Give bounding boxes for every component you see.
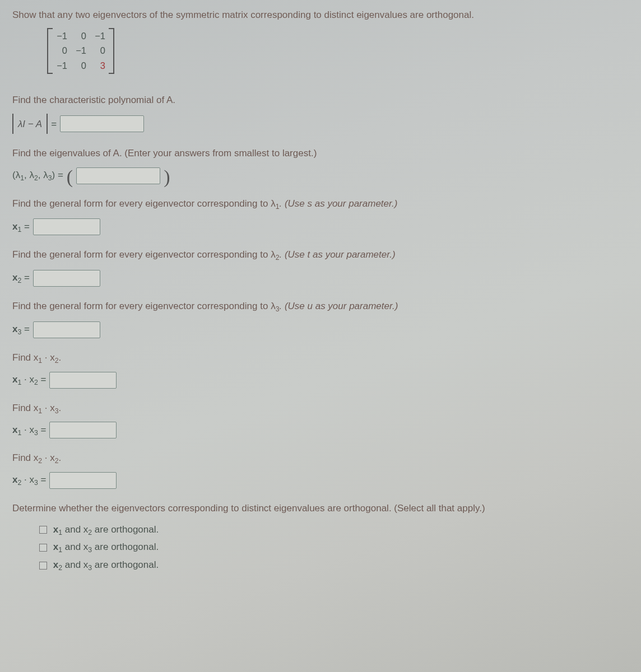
ev3-prompt-b: . (Use u as your parameter.) (279, 301, 398, 311)
dot23-row: x2 · x3 = (12, 472, 629, 489)
ev2-row: x2 = (12, 270, 629, 287)
ev3-lhs: x3 = (12, 322, 30, 338)
m-r2c2: −1 (75, 44, 86, 58)
d12-s2: 2 (55, 357, 59, 365)
bracket-right-icon (109, 28, 114, 74)
checkbox-3[interactable] (39, 562, 47, 570)
dot13-row: x1 · x3 = (12, 422, 629, 438)
ev2-prompt-a: Find the general form for every eigenvec… (12, 249, 276, 260)
ev3-input[interactable] (33, 321, 100, 338)
d12-find: Find x (12, 352, 38, 363)
ev2-eq: = (21, 272, 30, 283)
eigenvalues-input[interactable] (76, 167, 160, 184)
d13-ls2: 3 (34, 429, 38, 437)
prompt-ev2: Find the general form for every eigenvec… (12, 248, 629, 263)
d13-ldot: · x (21, 424, 34, 435)
d23-ldot: · x (21, 474, 34, 485)
m-r1c2: 0 (75, 29, 86, 43)
d23-s2: 2 (55, 458, 59, 465)
prompt-dot23: Find x2 · x2. (12, 451, 629, 466)
dot13-lhs: x1 · x3 = (12, 423, 46, 438)
o2-s1: 1 (58, 547, 62, 554)
det-label: λI − A (18, 117, 42, 132)
dot13-input[interactable] (49, 422, 117, 438)
o1-end: are orthogonal. (92, 524, 159, 535)
d13-dot: · x (42, 403, 55, 413)
option-2-row: x1 and x3 are orthogonal. (39, 540, 629, 556)
o3-x1: x (53, 559, 58, 570)
m-r3c3: 3 (94, 59, 105, 73)
o3-s1: 2 (58, 564, 62, 572)
d13-find: Find x (12, 403, 38, 413)
eig-rparen: ) = (52, 170, 63, 180)
bracket-left-icon (47, 28, 53, 74)
m-r3c2: 0 (75, 59, 86, 73)
o3-mid: and x (62, 559, 88, 570)
dot12-row: x1 · x2 = (12, 372, 629, 389)
o3-end: are orthogonal. (92, 559, 159, 570)
m-r2c3: 0 (94, 44, 105, 58)
ev3-prompt-a: Find the general form for every eigenvec… (12, 301, 276, 311)
prompt-charpoly: Find the characteristic polynomial of A. (12, 93, 629, 108)
question-intro: Show that any two eigenvectors of the sy… (12, 8, 629, 22)
d23-eq: = (38, 474, 47, 485)
ev1-prompt-b: . (Use s as your parameter.) (279, 198, 397, 209)
m-r3c1: −1 (56, 59, 67, 73)
m-r2c1: 0 (56, 44, 67, 58)
charpoly-row: λI − A = (12, 114, 629, 134)
determinant-bars-icon: λI − A (12, 114, 48, 134)
equals-sign: = (51, 117, 57, 132)
d13-eq: = (38, 424, 47, 435)
dot23-input[interactable] (49, 472, 117, 489)
ev3-row: x3 = (12, 321, 629, 338)
prompt-dot13: Find x1 · x3. (12, 401, 629, 417)
matrix-grid: −1 0 −1 0 −1 0 −1 0 3 (53, 28, 109, 74)
option-1-row: x1 and x2 are orthogonal. (39, 522, 629, 538)
checkbox-2[interactable] (39, 544, 47, 552)
d12-ls2: 2 (34, 379, 38, 386)
d12-period: . (59, 352, 62, 363)
d12-eq: = (38, 374, 47, 385)
ev1-input[interactable] (33, 218, 100, 235)
ev2-input[interactable] (33, 270, 100, 287)
m-r1c3: −1 (94, 29, 105, 43)
o2-mid: and x (62, 542, 88, 552)
o1-s1: 1 (58, 529, 62, 536)
prompt-ev3: Find the general form for every eigenvec… (12, 299, 629, 315)
eig-lhs: (λ1, λ2, λ3) = (12, 168, 63, 184)
o1-x1: x (53, 524, 58, 535)
o2-x1: x (53, 542, 58, 552)
ev3-eq: = (21, 324, 30, 334)
matrix-display: −1 0 −1 0 −1 0 −1 0 3 (47, 28, 114, 74)
ev1-lhs: x1 = (12, 220, 30, 235)
eig-lparen: (λ (12, 170, 20, 180)
eigenvalue-row: (λ1, λ2, λ3) = ( ) (12, 167, 629, 184)
dot12-lhs: x1 · x2 = (12, 372, 46, 388)
eig-l3: λ (43, 170, 48, 180)
d13-period: . (59, 403, 62, 413)
charpoly-input[interactable] (60, 115, 144, 132)
prompt-ev1: Find the general form for every eigenvec… (12, 197, 629, 212)
eig-l2: λ (29, 170, 34, 180)
o1-mid: and x (62, 524, 88, 535)
d23-find: Find x (12, 452, 38, 463)
o2-end: are orthogonal. (92, 542, 159, 552)
d12-ldot: · x (21, 374, 34, 385)
m-r1c1: −1 (56, 29, 67, 43)
option-3-row: x2 and x3 are orthogonal. (39, 558, 629, 573)
prompt-eigenvalues: Find the eigenvalues of A. (Enter your a… (12, 146, 629, 161)
dot23-lhs: x2 · x3 = (12, 473, 46, 488)
prompt-dot12: Find x1 · x2. (12, 351, 629, 366)
ev1-eq: = (21, 221, 30, 232)
d12-dot: · x (42, 352, 55, 363)
d23-period: . (59, 452, 62, 463)
ev2-prompt-b: . (Use t as your parameter.) (279, 249, 395, 260)
ev1-prompt-a: Find the general form for every eigenvec… (12, 198, 276, 209)
checkbox-1[interactable] (39, 526, 47, 534)
d23-dot: · x (42, 452, 55, 463)
ev2-lhs: x2 = (12, 270, 30, 286)
ev1-row: x1 = (12, 218, 629, 235)
d13-s2: 3 (55, 407, 59, 415)
dot12-input[interactable] (49, 372, 117, 389)
prompt-determine: Determine whether the eigenvectors corre… (12, 501, 629, 516)
